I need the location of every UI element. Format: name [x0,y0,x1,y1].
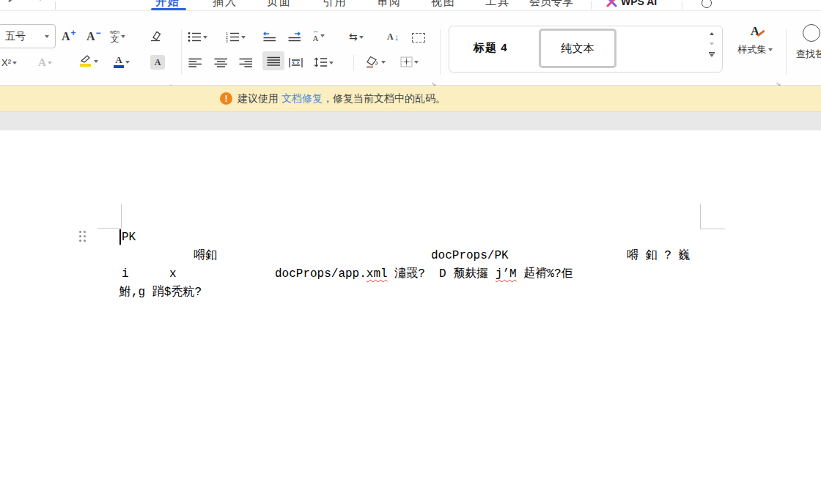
chevron-down-icon [241,36,246,41]
font-size-select[interactable]: 五号 [0,24,56,48]
formatting-marks-button[interactable] [412,28,425,47]
doc-line-3-frag[interactable]: i [122,267,129,281]
line-spacing-button[interactable] [314,53,334,72]
chevron-down-icon [12,62,17,67]
chevron-down-icon [94,60,98,65]
increase-indent-button[interactable] [287,27,301,46]
chevron-down-icon [329,62,334,67]
text-direction-button[interactable]: ⇆ [349,27,364,46]
char-scale-button[interactable]: ↔ A [312,26,325,45]
divider [55,1,56,10]
active-tab-underline [151,8,186,10]
divider [353,55,354,71]
borders-icon [400,56,413,67]
style-plain-text-selected[interactable]: 纯文本 [539,29,616,68]
doc-line-4[interactable]: 鮒,g 踃$秃粇? [119,285,202,300]
justify-button[interactable] [262,51,284,70]
chevron-down-icon [203,36,207,41]
shading-button[interactable] [365,52,386,71]
tab-wps-ai[interactable]: WPS AI [606,0,657,7]
font-color-button[interactable]: A [114,52,130,71]
dashed-box-icon [412,33,425,42]
chevron-down-icon [320,34,325,40]
font-size-value: 五号 [5,30,26,43]
document-page[interactable] [0,130,821,504]
doc-line-3-frag[interactable]: x [169,267,177,281]
text-effects-icon: A [38,56,46,69]
decrease-indent-icon [262,32,276,42]
chevron-down-icon [414,61,419,66]
ribbon-tab-bar: 开始 插入 页面 引用 审阅 视图 工具 会员专享 WPS AI [0,0,821,11]
chevron-down-icon [48,62,52,67]
borders-button[interactable] [400,52,419,71]
style-set-icon: A [751,24,759,39]
decrease-font-button[interactable]: A− [86,27,101,46]
back-icon[interactable] [8,0,19,2]
tab-reference[interactable]: 引用 [323,0,347,9]
align-right-button[interactable] [239,53,253,72]
style-gallery: 标题 4 纯文本 [449,26,723,73]
style-heading4[interactable]: 标题 4 [474,41,508,55]
divider [682,1,682,10]
gallery-scroll-down-icon[interactable] [710,42,714,48]
divider [181,29,182,75]
chevron-down-icon [359,36,364,41]
align-left-button[interactable] [188,53,202,72]
align-right-icon [239,58,253,67]
doc-line-3-frag[interactable]: docProps/app.xml 潚罭? D 颓麸攞 j’M 趏褙%?佢 [275,267,573,281]
doc-repair-link[interactable]: 文档修复 [281,92,323,104]
search-icon[interactable] [702,0,712,8]
tab-page[interactable]: 页面 [267,0,292,9]
chevron-down-icon[interactable] [38,1,43,11]
gallery-scroll-controls [709,30,715,59]
chevron-down-icon [381,61,386,66]
text-effects-button[interactable]: A [38,53,52,72]
char-scale-icon: ↔ A [312,28,319,42]
repair-warning-banner: ! 建议使用 文档修复，修复当前文档中的乱码。 立即修复 [0,86,821,111]
tab-tools[interactable]: 工具 [485,0,510,9]
paragraph-drag-handle[interactable] [79,231,86,242]
doc-line-1[interactable]: PK [122,230,136,245]
increase-font-button[interactable]: A+ [62,27,76,46]
chevron-down-icon [121,35,125,40]
text-cursor [119,229,121,245]
banner-text: 建议使用 文档修复，修复当前文档中的乱码。 [238,92,446,105]
eraser-icon [148,29,163,42]
superscript-button[interactable]: X² [1,53,17,72]
gallery-more-icon[interactable] [709,52,715,59]
sort-button[interactable]: A ↓ [387,27,399,46]
wps-ai-icon [606,0,617,7]
align-center-button[interactable] [214,53,228,72]
tab-insert[interactable]: 插入 [213,0,238,9]
style-set-button[interactable]: A 样式集 [732,24,778,56]
align-center-icon [214,58,228,67]
tab-view[interactable]: 视图 [431,0,456,9]
style-set-label: 样式集 [738,43,767,56]
chevron-down-icon [45,35,49,40]
chevron-down-icon [768,48,773,53]
tab-review[interactable]: 审阅 [377,0,402,9]
workspace-background [0,111,821,131]
doc-line-2-frag[interactable]: 嘚 釦 ? 巍 [627,248,690,263]
decrease-indent-button[interactable] [262,27,276,46]
clear-format-button[interactable] [148,26,163,45]
superscript-icon: X² [1,57,11,68]
font-color-icon: A [114,55,124,68]
numbered-list-button[interactable]: 1 2 3 [226,27,246,46]
chevron-down-icon [125,61,130,66]
divider [786,29,787,75]
highlight-button[interactable] [78,51,98,70]
find-replace-button[interactable]: 查找替换 [796,24,821,61]
divider [591,1,592,10]
char-border-button[interactable]: A [150,53,165,72]
tab-member[interactable]: 会员专享 [529,0,573,9]
bullet-list-button[interactable] [188,27,207,46]
doc-line-2-frag[interactable]: 嘚釦 [194,248,217,263]
misspelled-word: xml [367,267,388,281]
bullet-list-icon [188,32,202,42]
distribute-button[interactable] [289,53,303,72]
misspelled-word: j’M [496,267,517,281]
gallery-scroll-up-icon[interactable] [710,30,714,35]
doc-line-2-frag[interactable]: docProps/PK [431,248,509,263]
pinyin-guide-button[interactable]: wén 文 [110,26,125,45]
